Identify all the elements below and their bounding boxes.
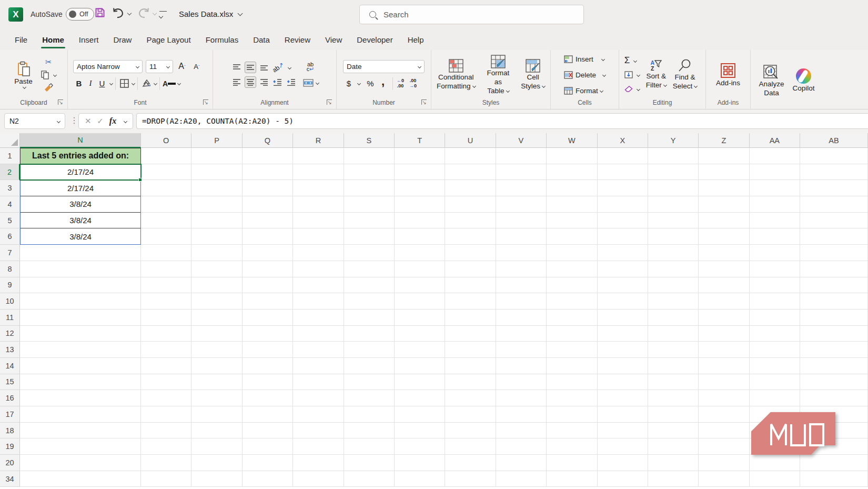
fill-color-button[interactable] xyxy=(140,78,152,89)
cell-Q18[interactable] xyxy=(243,423,293,439)
cell-AA6[interactable] xyxy=(750,228,800,245)
cell-S14[interactable] xyxy=(344,358,395,374)
cell-R3[interactable] xyxy=(293,180,344,196)
cell-U13[interactable] xyxy=(445,342,496,358)
cell-AA2[interactable] xyxy=(750,164,800,181)
excel-app-icon[interactable]: X xyxy=(8,7,23,22)
merge-dropdown-chevron[interactable] xyxy=(315,81,319,84)
cell-O10[interactable] xyxy=(141,293,191,310)
search-input[interactable]: Search xyxy=(359,5,584,24)
cell-Y13[interactable] xyxy=(648,342,699,358)
row-header-13[interactable]: 13 xyxy=(0,342,20,358)
cell-Q15[interactable] xyxy=(243,374,293,391)
cell-Y6[interactable] xyxy=(648,228,699,245)
cell-O4[interactable] xyxy=(141,196,191,213)
cell-P11[interactable] xyxy=(191,310,242,326)
cell-Y18[interactable] xyxy=(648,423,699,439)
cell-Y5[interactable] xyxy=(648,213,699,229)
row-header-34[interactable]: 34 xyxy=(0,471,20,487)
cell-N14[interactable] xyxy=(20,358,141,374)
quick-access-overflow-icon[interactable] xyxy=(159,11,167,21)
cell-Z5[interactable] xyxy=(699,213,749,229)
cell-N9[interactable] xyxy=(20,277,141,294)
cell-O12[interactable] xyxy=(141,326,191,342)
cell-R19[interactable] xyxy=(293,438,344,455)
cell-P13[interactable] xyxy=(191,342,242,358)
cell-X6[interactable] xyxy=(598,228,648,245)
cell-T18[interactable] xyxy=(395,423,445,439)
paste-dropdown-chevron[interactable] xyxy=(23,85,26,89)
fill-handle[interactable] xyxy=(138,178,142,182)
cancel-icon[interactable]: ✕ xyxy=(85,116,92,126)
font-color-dropdown-chevron[interactable] xyxy=(177,82,181,85)
cell-P4[interactable] xyxy=(191,196,242,213)
column-header-S[interactable]: S xyxy=(344,133,395,148)
cell-Q19[interactable] xyxy=(243,438,293,455)
cell-O34[interactable] xyxy=(141,471,191,487)
cell-X5[interactable] xyxy=(598,213,648,229)
cell-W13[interactable] xyxy=(547,342,597,358)
cell-Z18[interactable] xyxy=(699,423,749,439)
cell-AA8[interactable] xyxy=(750,261,800,277)
cell-T13[interactable] xyxy=(395,342,445,358)
cell-U5[interactable] xyxy=(445,213,496,229)
row-header-16[interactable]: 16 xyxy=(0,390,20,406)
formula-input[interactable]: =DROP(A2:A20, COUNTA(A2:A20) - 5) xyxy=(136,113,868,129)
cell-V20[interactable] xyxy=(496,455,547,471)
cell-V19[interactable] xyxy=(496,438,547,455)
cell-R15[interactable] xyxy=(293,374,344,391)
column-header-O[interactable]: O xyxy=(141,133,191,148)
cell-Q5[interactable] xyxy=(243,213,293,229)
cell-AB34[interactable] xyxy=(800,471,868,487)
cell-Z17[interactable] xyxy=(699,406,749,423)
cell-T11[interactable] xyxy=(395,310,445,326)
increase-decimal-button[interactable]: ←0.00 xyxy=(397,78,404,88)
cell-N15[interactable] xyxy=(20,374,141,391)
cell-Q9[interactable] xyxy=(243,277,293,294)
cell-AA7[interactable] xyxy=(750,245,800,261)
row-header-19[interactable]: 19 xyxy=(0,438,20,455)
cell-Q7[interactable] xyxy=(243,245,293,261)
copy-button[interactable] xyxy=(41,69,56,81)
cell-N3[interactable]: 2/17/24 xyxy=(20,180,141,196)
cell-AA10[interactable] xyxy=(750,293,800,310)
cell-W6[interactable] xyxy=(547,228,597,245)
cell-N11[interactable] xyxy=(20,310,141,326)
accounting-format-button[interactable]: $ xyxy=(343,78,355,89)
cell-T1[interactable] xyxy=(395,148,445,164)
tab-file[interactable]: File xyxy=(7,29,35,50)
cell-Z19[interactable] xyxy=(699,438,749,455)
cell-O1[interactable] xyxy=(141,148,191,164)
cell-AB1[interactable] xyxy=(800,148,868,164)
cell-U1[interactable] xyxy=(445,148,496,164)
orientation-button[interactable]: ab↗ xyxy=(269,59,286,75)
borders-dropdown-chevron[interactable] xyxy=(132,82,135,85)
cell-Y16[interactable] xyxy=(648,390,699,406)
clipboard-dialog-launcher[interactable]: ↘ xyxy=(58,99,63,105)
cell-Q4[interactable] xyxy=(243,196,293,213)
paste-button[interactable]: Paste xyxy=(11,60,36,89)
cell-X9[interactable] xyxy=(598,277,648,294)
decrease-decimal-button[interactable]: .00→0 xyxy=(409,78,417,88)
cell-AB6[interactable] xyxy=(800,228,868,245)
cell-Q13[interactable] xyxy=(243,342,293,358)
cell-Z14[interactable] xyxy=(699,358,749,374)
tab-view[interactable]: View xyxy=(318,29,349,50)
underline-button[interactable]: U xyxy=(96,78,108,89)
decrease-indent-button[interactable] xyxy=(272,76,284,88)
cell-O8[interactable] xyxy=(141,261,191,277)
cell-O5[interactable] xyxy=(141,213,191,229)
cell-U18[interactable] xyxy=(445,423,496,439)
cell-X34[interactable] xyxy=(598,471,648,487)
autosum-button[interactable]: Σ xyxy=(624,55,640,66)
cell-V8[interactable] xyxy=(496,261,547,277)
cell-Y34[interactable] xyxy=(648,471,699,487)
cell-Q17[interactable] xyxy=(243,406,293,423)
cell-Y10[interactable] xyxy=(648,293,699,310)
cell-N34[interactable] xyxy=(20,471,141,487)
row-header-2[interactable]: 2 xyxy=(0,164,20,181)
cell-Z11[interactable] xyxy=(699,310,749,326)
cell-V16[interactable] xyxy=(496,390,547,406)
cell-Q10[interactable] xyxy=(243,293,293,310)
cell-R20[interactable] xyxy=(293,455,344,471)
